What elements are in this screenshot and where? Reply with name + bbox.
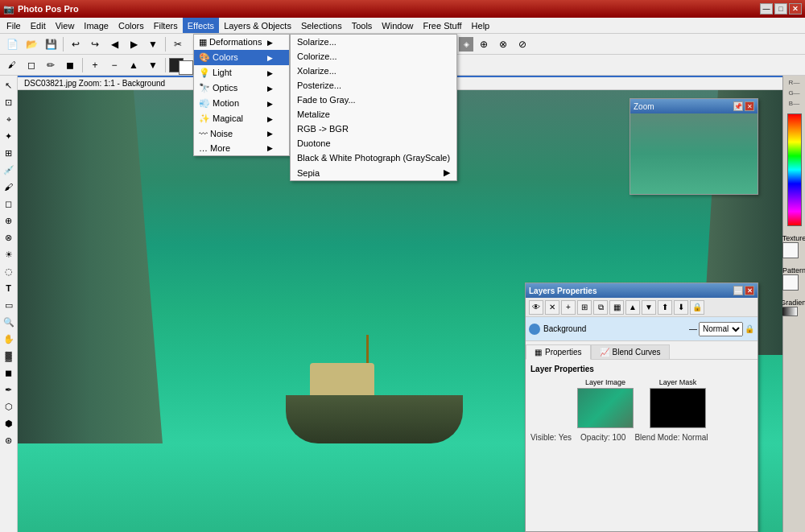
layer-tb-eye[interactable]: 👁 — [529, 300, 543, 315]
menu-image[interactable]: Image — [79, 18, 114, 33]
submenu-colorize[interactable]: Colorize... — [291, 49, 456, 64]
layer-tb-bot[interactable]: ⬇ — [674, 300, 688, 315]
menu-filters[interactable]: Filters — [149, 18, 183, 33]
submenu-bw-photo[interactable]: Black & White Photograph (GrayScale) — [291, 151, 456, 165]
menu-selections[interactable]: Selections — [296, 18, 347, 33]
lt-clone[interactable]: ⊕ — [1, 212, 17, 229]
menu-free-stuff[interactable]: Free Stuff — [418, 18, 466, 33]
eraser-btn[interactable]: ◻ — [23, 56, 40, 74]
lt-select[interactable]: ⊡ — [1, 94, 17, 110]
layer-tb-lock[interactable]: 🔒 — [690, 300, 704, 315]
lt-blur[interactable]: ◌ — [1, 263, 17, 279]
layer-del-btn[interactable]: − — [105, 56, 123, 74]
brush-btn[interactable]: 🖌 — [3, 56, 21, 74]
back-button[interactable]: ◀ — [105, 35, 123, 53]
submenu-sepia[interactable]: Sepia ▶ — [291, 165, 456, 180]
effects-btn3[interactable]: ⊕ — [475, 35, 493, 53]
texture-block[interactable] — [782, 242, 799, 258]
minimize-button[interactable]: — — [760, 3, 773, 14]
lt-extra2[interactable]: ⊛ — [1, 432, 17, 448]
menu-view[interactable]: View — [51, 18, 80, 33]
menu-file[interactable]: File — [2, 18, 26, 33]
lt-lasso[interactable]: ⌖ — [1, 111, 17, 127]
submenu-fade-to-gray[interactable]: Fade to Gray... — [291, 93, 456, 107]
lt-crop[interactable]: ⊞ — [1, 145, 17, 161]
effects-menu-optics[interactable]: 🔭 Optics ▶ — [194, 80, 289, 96]
effects-btn4[interactable]: ⊗ — [494, 35, 512, 53]
lt-shapes[interactable]: ▭ — [1, 297, 17, 313]
layer-tb-dup[interactable]: ⧉ — [593, 300, 608, 315]
submenu-rgb-bgr[interactable]: RGB -> BGR — [291, 122, 456, 136]
lt-arrow[interactable]: ↖ — [1, 77, 17, 93]
effects-btn2[interactable]: ◈ — [459, 37, 473, 52]
layer-up-btn[interactable]: ▲ — [125, 56, 142, 74]
effects-menu-noise[interactable]: 〰 Noise ▶ — [194, 126, 289, 141]
lt-dodge[interactable]: ☀ — [1, 246, 17, 262]
color-strip[interactable] — [787, 113, 802, 226]
submenu-xolarize[interactable]: Xolarize... — [291, 64, 456, 78]
submenu-duotone[interactable]: Duotone — [291, 136, 456, 151]
menu-edit[interactable]: Edit — [26, 18, 51, 33]
submenu-solarize[interactable]: Solarize... — [291, 35, 456, 49]
lt-eraser[interactable]: ◻ — [1, 196, 17, 212]
menu-tools[interactable]: Tools — [347, 18, 378, 33]
layer-tb-add[interactable]: + — [561, 300, 576, 315]
blend-mode-select[interactable]: Normal — [699, 322, 743, 336]
cut-button[interactable]: ✂ — [169, 35, 187, 53]
effects-menu-deformations[interactable]: ▦ Deformations ▶ — [194, 35, 289, 50]
layer-tb-top[interactable]: ⬆ — [658, 300, 672, 315]
lt-pen[interactable]: ✒ — [1, 381, 17, 398]
save-button[interactable]: 💾 — [42, 35, 60, 53]
menu-colors[interactable]: Colors — [114, 18, 149, 33]
layer-row-background[interactable]: Background — Normal 🔒 — [526, 317, 758, 341]
menu-help[interactable]: Help — [467, 18, 495, 33]
tab-blend-curves[interactable]: 📈 Blend Curves — [591, 344, 670, 359]
layers-close-btn[interactable]: ✕ — [745, 286, 754, 295]
open-button[interactable]: 📂 — [23, 35, 40, 53]
down-button[interactable]: ▼ — [144, 35, 162, 53]
effects-menu-light[interactable]: 💡 Light ▶ — [194, 65, 289, 80]
layers-minimize-btn[interactable]: — — [733, 286, 743, 295]
forward-button[interactable]: ▶ — [125, 35, 142, 53]
lt-text[interactable]: T — [1, 280, 17, 296]
lt-node[interactable]: ⬡ — [1, 398, 17, 414]
layer-tb-dn[interactable]: ▼ — [642, 300, 656, 315]
title-bar-controls[interactable]: — □ ✕ — [760, 3, 802, 14]
lt-zoom[interactable]: 🔍 — [1, 314, 17, 330]
pencil-btn[interactable]: ✏ — [42, 56, 60, 74]
layer-add-btn[interactable]: + — [86, 56, 104, 74]
lt-brush[interactable]: 🖌 — [1, 179, 17, 195]
submenu-posterize[interactable]: Posterize... — [291, 78, 456, 93]
zoom-close-btn[interactable]: ✕ — [745, 101, 754, 111]
lt-eyedropper[interactable]: 💉 — [1, 162, 17, 178]
effects-menu-more[interactable]: … More ▶ — [194, 141, 289, 155]
lt-gradient[interactable]: ▓ — [1, 348, 17, 364]
gradient-block[interactable] — [780, 307, 798, 316]
close-button[interactable]: ✕ — [789, 3, 802, 14]
lt-heal[interactable]: ⊗ — [1, 229, 17, 245]
layer-dn-btn[interactable]: ▼ — [144, 56, 162, 74]
tab-properties[interactable]: ▦ Properties — [526, 344, 591, 360]
effects-btn5[interactable]: ⊘ — [514, 35, 531, 53]
submenu-metalize[interactable]: Metalize — [291, 107, 456, 122]
undo-button[interactable]: ↩ — [67, 35, 85, 53]
layer-tb-grp[interactable]: ▦ — [609, 300, 624, 315]
layer-tb-up[interactable]: ▲ — [625, 300, 640, 315]
layer-tb-merge[interactable]: ⊞ — [577, 300, 592, 315]
lt-hand[interactable]: ✋ — [1, 331, 17, 347]
menu-layers[interactable]: Layers & Objects — [219, 18, 296, 33]
effects-menu-motion[interactable]: 💨 Motion ▶ — [194, 96, 289, 111]
redo-button[interactable]: ↪ — [86, 35, 104, 53]
zoom-pin-btn[interactable]: 📌 — [733, 101, 743, 111]
menu-window[interactable]: Window — [377, 18, 418, 33]
effects-menu-colors[interactable]: 🎨 Colors ▶ — [194, 50, 289, 65]
color-bg[interactable] — [179, 60, 193, 75]
new-button[interactable]: 📄 — [3, 35, 21, 53]
maximize-button[interactable]: □ — [774, 3, 787, 14]
fill-btn[interactable]: ◼ — [61, 56, 79, 74]
lt-fill[interactable]: ◼ — [1, 365, 17, 381]
layer-tb-del[interactable]: ✕ — [545, 300, 559, 315]
pattern-block[interactable] — [782, 274, 799, 291]
lt-magic[interactable]: ✦ — [1, 128, 17, 144]
effects-menu-magical[interactable]: ✨ Magical ▶ — [194, 111, 289, 126]
